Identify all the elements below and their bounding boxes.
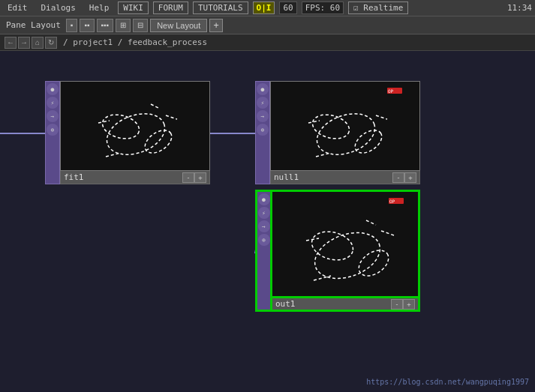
- menu-dialogs[interactable]: Dialogs: [37, 1, 80, 14]
- svg-text:OP: OP: [389, 199, 395, 204]
- particle-svg-null1: OP: [271, 82, 420, 171]
- nav-home-button[interactable]: ⌂: [32, 37, 44, 49]
- node-name-out1: out1: [275, 299, 391, 309]
- sidebar-bolt-btn-n[interactable]: ⚡: [257, 97, 269, 109]
- time-display: 11:34: [507, 3, 532, 13]
- sidebar-bolt-btn[interactable]: ⚡: [47, 97, 59, 109]
- svg-line-6: [151, 104, 158, 108]
- oi-button[interactable]: O|I: [253, 1, 275, 14]
- breadcrumb-nav: ← → ⌂ ↻: [5, 37, 57, 49]
- node-sidebar-fit1: ● ⚡ → ⊕: [45, 81, 60, 184]
- node-name-null1: null1: [274, 172, 392, 182]
- node-footer-minus-o[interactable]: -: [391, 299, 403, 310]
- menu-help[interactable]: Help: [85, 1, 114, 14]
- nav-forward-button[interactable]: →: [18, 37, 30, 49]
- sidebar-plus-btn[interactable]: ⊕: [47, 124, 59, 136]
- sidebar-plus-btn-n[interactable]: ⊕: [257, 124, 269, 136]
- node-null1[interactable]: ● ⚡ → ⊕ OP: [255, 81, 420, 184]
- svg-point-17: [308, 224, 386, 286]
- svg-point-11: [351, 126, 386, 158]
- node-footer-fit1: fit1 - +: [60, 171, 210, 184]
- forum-link[interactable]: FORUM: [153, 1, 188, 14]
- breadcrumb-path: / project1 / feedback_process: [63, 37, 207, 47]
- sidebar-arrow-btn-n[interactable]: →: [257, 110, 269, 122]
- layout-btn-4[interactable]: ⊞: [116, 19, 131, 32]
- realtime-label: Realtime: [363, 3, 403, 13]
- svg-line-4: [166, 115, 177, 119]
- node-footer-minus[interactable]: -: [182, 172, 194, 183]
- sidebar-bolt-btn-o[interactable]: ⚡: [258, 207, 270, 219]
- sidebar-arrow-btn-o[interactable]: →: [258, 220, 270, 232]
- node-footer-minus-n[interactable]: -: [392, 172, 404, 183]
- layout-btn-1[interactable]: ▪: [66, 19, 78, 32]
- main-canvas[interactable]: ● ⚡ → ⊕: [0, 51, 535, 391]
- node-viewer-null1[interactable]: OP: [270, 81, 420, 171]
- node-sidebar-out1: ● ⚡ → ⊕: [255, 190, 270, 312]
- realtime-button[interactable]: ☑ Realtime: [348, 1, 408, 14]
- layout-btn-2[interactable]: ▪▪: [80, 19, 94, 32]
- node-viewer-fit1[interactable]: OP: [60, 81, 210, 171]
- new-layout-button[interactable]: New Layout: [150, 19, 207, 32]
- watermark: https://blog.csdn.net/wangpuqing1997: [366, 378, 529, 386]
- svg-line-5: [98, 121, 110, 123]
- node-main-fit1: OP fit1 - +: [60, 81, 210, 184]
- menu-bar: Edit Dialogs Help WIKI FORUM TUTORIALS O…: [0, 0, 535, 16]
- sidebar-view-btn[interactable]: ●: [47, 83, 59, 95]
- menu-edit[interactable]: Edit: [3, 1, 32, 14]
- node-out1[interactable]: ● ⚡ → ⊕ OP: [255, 190, 420, 312]
- particle-svg-fit1: OP: [61, 82, 210, 171]
- svg-line-12: [316, 153, 331, 157]
- pane-layout-label: Pane Layout: [3, 20, 64, 30]
- svg-point-10: [310, 111, 352, 142]
- node-viewer-out1[interactable]: OP: [270, 190, 420, 298]
- checkbox-icon: ☑: [353, 3, 359, 13]
- node-sidebar-null1: ● ⚡ → ⊕: [255, 81, 270, 184]
- layout-btn-5[interactable]: ⊟: [133, 19, 148, 32]
- node-footer-plus[interactable]: +: [194, 172, 206, 183]
- svg-point-2: [141, 126, 176, 158]
- node-main-out1: OP out1 - +: [270, 190, 420, 312]
- svg-line-21: [381, 231, 394, 235]
- svg-line-13: [376, 115, 387, 119]
- node-fit1[interactable]: ● ⚡ → ⊕: [45, 81, 210, 184]
- svg-text:OP: OP: [388, 88, 394, 94]
- node-name-fit1: fit1: [64, 172, 182, 182]
- node-main-null1: OP null1 - +: [270, 81, 420, 184]
- layout-btn-3[interactable]: ▪▪▪: [97, 19, 114, 32]
- particle-svg-out1: OP: [272, 192, 420, 298]
- svg-line-14: [308, 121, 320, 123]
- nav-back-button[interactable]: ←: [5, 37, 17, 49]
- svg-line-3: [106, 153, 121, 157]
- svg-point-1: [100, 111, 142, 142]
- tutorials-link[interactable]: TUTORIALS: [193, 1, 248, 14]
- breadcrumb: ← → ⌂ ↻ / project1 / feedback_process: [0, 34, 535, 51]
- sidebar-view-btn-o[interactable]: ●: [258, 193, 270, 205]
- add-layout-button[interactable]: +: [209, 19, 223, 32]
- nav-reload-button[interactable]: ↻: [45, 37, 57, 49]
- frame-number: 60: [279, 1, 296, 14]
- svg-point-19: [354, 245, 393, 281]
- node-footer-plus-n[interactable]: +: [404, 172, 416, 183]
- svg-line-23: [366, 220, 376, 225]
- sidebar-plus-btn-o[interactable]: ⊕: [258, 234, 270, 246]
- node-footer-out1: out1 - +: [270, 298, 420, 312]
- node-footer-null1: null1 - +: [270, 171, 420, 184]
- wiki-link[interactable]: WIKI: [118, 1, 149, 14]
- sidebar-arrow-btn[interactable]: →: [47, 110, 59, 122]
- node-footer-plus-o[interactable]: +: [403, 299, 415, 310]
- toolbar: Pane Layout ▪ ▪▪ ▪▪▪ ⊞ ⊟ New Layout +: [0, 16, 535, 34]
- svg-line-20: [314, 276, 331, 280]
- sidebar-view-btn-n[interactable]: ●: [257, 83, 269, 95]
- fps-display: FPS: 60: [302, 1, 344, 14]
